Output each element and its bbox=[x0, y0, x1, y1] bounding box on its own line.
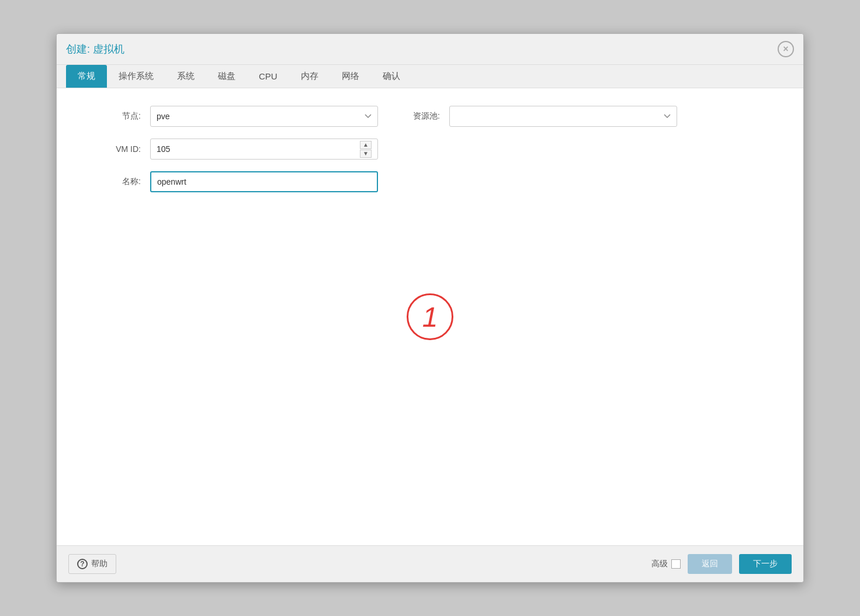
node-select[interactable]: pve bbox=[150, 106, 378, 127]
tab-cpu[interactable]: CPU bbox=[247, 65, 289, 87]
node-select-wrap: pve bbox=[150, 106, 378, 127]
name-label: 名称: bbox=[80, 177, 150, 187]
tab-memory[interactable]: 内存 bbox=[289, 65, 330, 88]
tab-confirm[interactable]: 确认 bbox=[371, 65, 412, 88]
help-icon: ? bbox=[77, 559, 88, 569]
node-resource-row: 节点: pve 资源池: bbox=[80, 106, 780, 127]
tab-disk[interactable]: 磁盘 bbox=[206, 65, 247, 88]
tab-bar: 常规 操作系统 系统 磁盘 CPU 内存 网络 确认 bbox=[57, 65, 803, 88]
vmid-up-arrow[interactable]: ▲ bbox=[360, 141, 372, 149]
resource-pool-select[interactable] bbox=[449, 106, 677, 127]
help-button[interactable]: ? 帮助 bbox=[68, 554, 116, 574]
tab-general[interactable]: 常规 bbox=[66, 65, 107, 88]
footer-left: ? 帮助 bbox=[68, 554, 116, 574]
tab-os[interactable]: 操作系统 bbox=[107, 65, 165, 88]
name-input[interactable] bbox=[150, 171, 378, 192]
name-input-wrap bbox=[150, 171, 378, 192]
tab-system[interactable]: 系统 bbox=[165, 65, 206, 88]
next-button[interactable]: 下一步 bbox=[739, 554, 792, 574]
dialog-header: 创建: 虚拟机 × bbox=[57, 34, 803, 65]
resource-pool-section: 资源池: bbox=[413, 106, 677, 127]
advanced-wrap: 高级 bbox=[651, 559, 681, 569]
back-button[interactable]: 返回 bbox=[688, 554, 732, 574]
vmid-row: VM ID: 105 ▲ ▼ bbox=[80, 139, 780, 160]
dialog-content: 节点: pve 资源池: VM ID: 105 ▲ bbox=[57, 88, 803, 545]
dialog-title: 创建: 虚拟机 bbox=[66, 42, 124, 56]
help-label: 帮助 bbox=[91, 559, 108, 569]
vmid-label: VM ID: bbox=[80, 144, 150, 154]
tab-network[interactable]: 网络 bbox=[330, 65, 371, 88]
annotation-number: 1 bbox=[422, 301, 438, 333]
footer-right: 高级 返回 下一步 bbox=[651, 554, 792, 574]
advanced-label: 高级 bbox=[651, 559, 668, 569]
vmid-value: 105 bbox=[157, 144, 170, 154]
vmid-spinner-wrap: 105 ▲ ▼ bbox=[150, 139, 378, 160]
close-button[interactable]: × bbox=[778, 41, 794, 57]
vmid-arrows: ▲ ▼ bbox=[360, 141, 372, 158]
name-row: 名称: bbox=[80, 171, 780, 192]
advanced-checkbox[interactable] bbox=[671, 559, 681, 569]
node-label: 节点: bbox=[80, 111, 150, 122]
vmid-spinner: 105 ▲ ▼ bbox=[150, 139, 378, 160]
vmid-down-arrow[interactable]: ▼ bbox=[360, 150, 372, 158]
step-annotation: 1 bbox=[407, 293, 453, 340]
resource-pool-label: 资源池: bbox=[413, 111, 449, 122]
dialog-footer: ? 帮助 高级 返回 下一步 bbox=[57, 545, 803, 582]
